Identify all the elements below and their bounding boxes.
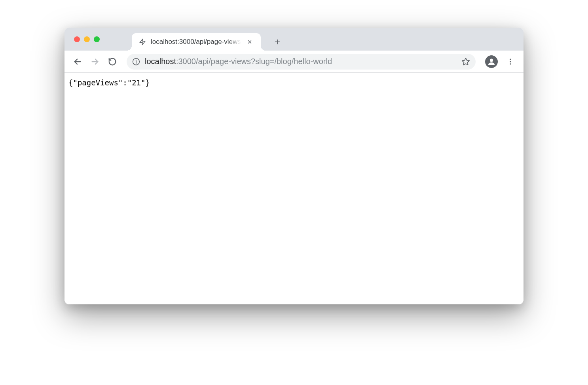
svg-marker-0 xyxy=(140,39,145,45)
tab-title: localhost:3000/api/page-views xyxy=(151,38,241,46)
browser-tab[interactable]: localhost:3000/api/page-views xyxy=(132,33,261,51)
back-button[interactable] xyxy=(70,55,85,69)
page-content: {"pageViews":"21"} xyxy=(64,73,524,304)
svg-point-14 xyxy=(510,63,511,64)
bookmark-button[interactable] xyxy=(461,57,470,66)
window-minimize-button[interactable] xyxy=(84,36,90,42)
lightning-icon xyxy=(139,38,146,45)
site-info-icon[interactable] xyxy=(132,58,140,66)
window-controls xyxy=(74,36,100,42)
tab-bar: localhost:3000/api/page-views xyxy=(64,28,524,51)
window-maximize-button[interactable] xyxy=(94,36,100,42)
browser-window: localhost:3000/api/page-views xyxy=(64,28,524,304)
window-close-button[interactable] xyxy=(74,36,80,42)
address-bar[interactable]: localhost:3000/api/page-views?slug=/blog… xyxy=(127,54,476,70)
svg-point-11 xyxy=(490,59,493,62)
profile-button[interactable] xyxy=(485,55,498,68)
new-tab-button[interactable] xyxy=(270,35,285,49)
url-text: localhost:3000/api/page-views?slug=/blog… xyxy=(145,57,457,66)
url-path: :3000/api/page-views?slug=/blog/hello-wo… xyxy=(176,57,332,66)
close-tab-button[interactable] xyxy=(246,38,254,46)
url-host: localhost xyxy=(145,57,176,66)
reload-button[interactable] xyxy=(105,55,119,69)
svg-point-13 xyxy=(510,61,511,62)
menu-button[interactable] xyxy=(503,55,518,69)
svg-point-9 xyxy=(136,60,137,60)
json-response: {"pageViews":"21"} xyxy=(68,78,520,87)
svg-point-12 xyxy=(510,59,511,60)
svg-marker-10 xyxy=(462,58,469,64)
toolbar: localhost:3000/api/page-views?slug=/blog… xyxy=(64,51,524,73)
forward-button[interactable] xyxy=(88,55,102,69)
